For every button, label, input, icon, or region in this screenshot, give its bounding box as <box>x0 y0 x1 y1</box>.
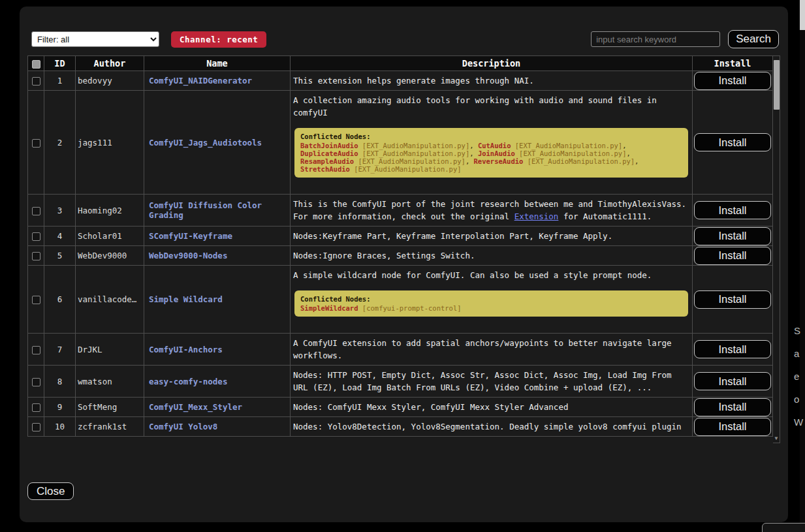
install-button[interactable]: Install <box>694 133 771 151</box>
description-text: Nodes:Ignore Braces, Settings Switch. <box>293 249 689 262</box>
row-name-cell: easy-comfy-nodes <box>144 366 291 398</box>
conflict-node-name: DuplicateAudio <box>300 149 358 157</box>
row-checkbox[interactable] <box>32 378 40 386</box>
custom-nodes-table: ID Author Name Description Install 1bedo… <box>27 55 773 437</box>
install-button[interactable]: Install <box>694 201 771 219</box>
node-name-link[interactable]: ComfyUI_Jags_Audiotools <box>149 138 262 148</box>
table-row: 8wmatsoneasy-comfy-nodesNodes: HTTP POST… <box>28 366 773 398</box>
row-checkbox[interactable] <box>32 232 40 241</box>
row-checkbox[interactable] <box>32 207 40 215</box>
row-checkbox[interactable] <box>32 77 40 86</box>
row-install-cell: Install <box>693 266 773 334</box>
row-select-cell <box>28 246 44 266</box>
install-button[interactable]: Install <box>694 372 771 390</box>
table-row: 3Haoming02ComfyUI Diffusion Color Gradin… <box>28 195 773 227</box>
row-author: vanillacode… <box>76 266 144 334</box>
table-row: 5WebDev9000WebDev9000-NodesNodes:Ignore … <box>28 246 773 266</box>
node-name-link[interactable]: ComfyUI_Mexx_Styler <box>149 402 242 412</box>
row-checkbox[interactable] <box>32 346 40 354</box>
table-row: 2jags111ComfyUI_Jags_AudiotoolsA collect… <box>28 91 773 195</box>
install-button[interactable]: Install <box>694 227 771 245</box>
install-button[interactable]: Install <box>694 290 771 309</box>
node-name-link[interactable]: SComfyUI-Keyframe <box>149 231 232 241</box>
node-name-link[interactable]: WebDev9000-Nodes <box>149 251 227 260</box>
install-button[interactable]: Install <box>694 72 771 90</box>
row-description-cell: Nodes:Ignore Braces, Settings Switch. <box>291 246 693 266</box>
page-scrollbar-thumb[interactable] <box>800 0 805 30</box>
node-name-link[interactable]: ComfyUI-Anchors <box>149 345 223 354</box>
row-name-cell: ComfyUI_NAIDGenerator <box>144 71 291 91</box>
header-id: ID <box>44 56 76 71</box>
toolbar: Filter: all Channel: recent Search <box>20 7 788 48</box>
row-select-cell <box>28 266 44 334</box>
row-install-cell: Install <box>693 398 773 417</box>
table-row: 7DrJKLComfyUI-AnchorsA ComfyUI extension… <box>28 334 773 366</box>
conflict-title: Conflicted Nodes: <box>300 133 682 140</box>
row-id: 5 <box>44 246 76 266</box>
row-id: 8 <box>44 366 76 398</box>
conflict-source: [EXT_AudioManipulation.py] <box>362 142 469 149</box>
channel-badge[interactable]: Channel: recent <box>171 31 266 48</box>
row-checkbox[interactable] <box>32 296 40 304</box>
row-install-cell: Install <box>693 227 773 246</box>
conflict-node-name: SimpleWildcard <box>300 304 358 312</box>
node-table-body: 1bedovyyComfyUI_NAIDGeneratorThis extens… <box>28 71 773 437</box>
scroll-down-arrow-icon[interactable]: ▼ <box>773 435 780 441</box>
install-button[interactable]: Install <box>694 418 771 436</box>
description-text: A simple wildcard node for ComfyUI. Can … <box>293 269 689 281</box>
row-name-cell: Simple Wildcard <box>144 266 291 334</box>
row-checkbox[interactable] <box>32 139 40 148</box>
table-row: 6vanillacode…Simple WildcardA simple wil… <box>28 266 773 334</box>
row-checkbox[interactable] <box>32 252 40 260</box>
row-author: zcfrank1st <box>76 417 144 437</box>
search-button[interactable]: Search <box>728 30 779 48</box>
row-checkbox[interactable] <box>32 403 40 412</box>
node-name-link[interactable]: ComfyUI Yolov8 <box>149 422 217 431</box>
table-scrollbar-thumb[interactable] <box>774 60 780 110</box>
row-name-cell: ComfyUI_Mexx_Styler <box>144 398 291 417</box>
row-select-cell <box>28 417 44 437</box>
table-scrollbar[interactable]: ▼ <box>773 55 780 443</box>
row-install-cell: Install <box>693 334 773 366</box>
install-button[interactable]: Install <box>694 398 771 416</box>
conflict-source: [EXT_AudioManipulation.py] <box>354 165 461 173</box>
conflict-node-name: StretchAudio <box>300 165 350 173</box>
row-select-cell <box>28 334 44 366</box>
row-author: WebDev9000 <box>76 246 144 266</box>
table-row: 9SoftMengComfyUI_Mexx_StylerNodes: Comfy… <box>28 398 773 417</box>
conflict-node-name: CutAudio <box>478 142 511 149</box>
conflict-source: [EXT_AudioManipulation.py] <box>528 157 635 165</box>
row-checkbox[interactable] <box>32 423 40 431</box>
conflict-source: [EXT_AudioManipulation.py] <box>362 149 469 157</box>
background-letter: S <box>794 325 800 336</box>
select-all-checkbox[interactable] <box>32 60 40 69</box>
row-description-cell: A ComfyUI extension to add spatial ancho… <box>291 334 693 366</box>
row-select-cell <box>28 195 44 227</box>
row-id: 1 <box>44 71 76 91</box>
install-button[interactable]: Install <box>694 340 771 358</box>
node-name-link[interactable]: ComfyUI_NAIDGenerator <box>149 76 252 86</box>
node-name-link[interactable]: easy-comfy-nodes <box>149 377 227 386</box>
row-name-cell: WebDev9000-Nodes <box>144 246 291 266</box>
row-author: jags111 <box>76 91 144 195</box>
description-text: This extension helps generate images thr… <box>293 74 689 87</box>
search-input[interactable] <box>591 31 720 47</box>
row-id: 9 <box>44 398 76 417</box>
table-row: 10zcfrank1stComfyUI Yolov8Nodes: Yolov8D… <box>28 417 773 437</box>
background-letter: e <box>794 371 799 382</box>
filter-dropdown[interactable]: Filter: all <box>31 31 159 47</box>
row-install-cell: Install <box>693 71 773 91</box>
row-description-cell: A simple wildcard node for ComfyUI. Can … <box>291 266 693 334</box>
external-extension-link[interactable]: Extension <box>514 211 559 221</box>
install-button[interactable]: Install <box>694 247 771 265</box>
row-author: bedovyy <box>76 71 144 91</box>
page-scrollbar[interactable] <box>800 0 805 532</box>
node-name-link[interactable]: ComfyUI Diffusion Color Grading <box>149 200 262 220</box>
table-row: 4Scholar01SComfyUI-KeyframeNodes:Keyfram… <box>28 227 773 246</box>
description-text: This is the ComfyUI port of the joint re… <box>293 198 689 223</box>
select-all-header-cell <box>28 56 44 71</box>
background-clipped-button <box>762 523 805 532</box>
conflict-list: BatchJoinAudio [EXT_AudioManipulation.py… <box>300 142 682 173</box>
close-button[interactable]: Close <box>27 482 74 500</box>
node-name-link[interactable]: Simple Wildcard <box>149 294 223 304</box>
